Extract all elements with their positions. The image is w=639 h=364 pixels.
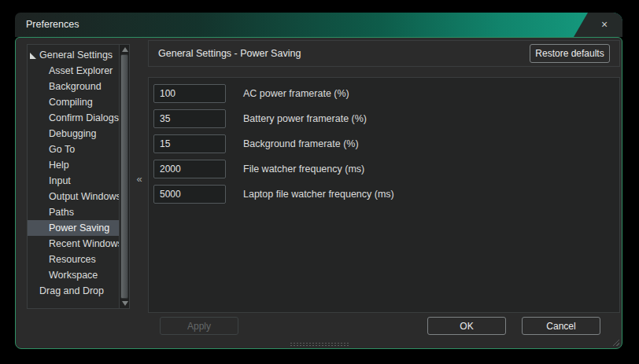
sidebar-item-recent-windows[interactable]: Recent Windows: [28, 236, 119, 252]
restore-defaults-button[interactable]: Restore defaults: [530, 44, 610, 63]
section-header: General Settings - Power Saving Restore …: [148, 40, 620, 67]
settings-tree: General Settings Asset Explorer Backgrou…: [28, 47, 119, 299]
window-title: Preferences: [26, 13, 79, 37]
dialog-content: General Settings Asset Explorer Backgrou…: [15, 37, 622, 349]
resize-grip[interactable]: [612, 339, 619, 346]
sidebar-item-asset-explorer[interactable]: Asset Explorer: [28, 63, 119, 79]
file-watcher-frequency-field[interactable]: [153, 160, 226, 178]
apply-button[interactable]: Apply: [160, 317, 238, 335]
page-title: General Settings - Power Saving: [158, 41, 301, 66]
sidebar-item-go-to[interactable]: Go To: [28, 142, 119, 157]
sidebar-item-label: Paths: [49, 207, 74, 218]
field-label: AC power framerate (%): [243, 84, 349, 103]
form-row: File watcher frequency (ms): [149, 160, 619, 179]
background-framerate-field[interactable]: [153, 134, 226, 153]
ok-button[interactable]: OK: [427, 317, 506, 335]
sidebar-item-workspace[interactable]: Workspace: [28, 267, 119, 283]
sidebar-item-label: Compiling: [49, 97, 93, 108]
sidebar-item-power-saving[interactable]: Power Saving: [28, 220, 119, 236]
settings-sidebar: General Settings Asset Explorer Backgrou…: [27, 44, 130, 309]
battery-power-framerate-field[interactable]: [153, 109, 226, 128]
form-row: Laptop file watcher frequency (ms): [149, 185, 619, 204]
form-row: AC power framerate (%): [149, 84, 619, 104]
sidebar-item-label: Drag and Drop: [39, 285, 104, 296]
preferences-dialog: Preferences × General Settings Asset Exp…: [15, 13, 622, 349]
scrollbar-thumb[interactable]: [120, 54, 128, 299]
sidebar-item-output-windows[interactable]: Output Windows: [28, 189, 119, 204]
sidebar-item-background[interactable]: Background: [28, 79, 119, 94]
field-label: Battery power framerate (%): [243, 109, 367, 128]
close-button-tab: [567, 13, 622, 37]
sidebar-item-label: Debugging: [49, 128, 96, 139]
sidebar-item-label: Asset Explorer: [49, 65, 113, 76]
expand-arrow-icon[interactable]: [30, 53, 36, 59]
resize-dots-handle[interactable]: [290, 342, 349, 347]
sidebar-item-label: Help: [49, 160, 69, 171]
sidebar-item-label: Output Windows: [49, 191, 121, 202]
sidebar-item-label: Go To: [49, 144, 75, 155]
field-label: Laptop file watcher frequency (ms): [243, 185, 394, 204]
sidebar-item-debugging[interactable]: Debugging: [28, 126, 119, 142]
sidebar-item-resources[interactable]: Resources: [28, 252, 119, 267]
sidebar-item-input[interactable]: Input: [28, 173, 119, 189]
form-row: Background framerate (%): [149, 134, 619, 154]
sidebar-item-label: Workspace: [49, 270, 98, 281]
sidebar-item-compiling[interactable]: Compiling: [28, 94, 119, 110]
sidebar-item-label: Background: [49, 81, 102, 92]
sidebar-collapse-icon[interactable]: «: [133, 171, 146, 188]
settings-form: AC power framerate (%) Battery power fra…: [148, 77, 620, 313]
sidebar-item-label: Input: [49, 175, 71, 186]
sidebar-item-confirm-dialogs[interactable]: Confirm Dialogs: [28, 110, 119, 126]
sidebar-item-label: Confirm Dialogs: [49, 112, 119, 123]
ac-power-framerate-field[interactable]: [153, 84, 226, 103]
laptop-file-watcher-frequency-field[interactable]: [153, 185, 226, 204]
sidebar-item-help[interactable]: Help: [28, 157, 119, 173]
sidebar-item-drag-and-drop[interactable]: Drag and Drop: [28, 283, 119, 299]
cancel-button[interactable]: Cancel: [522, 317, 600, 335]
field-label: Background framerate (%): [243, 134, 359, 153]
scroll-up-icon[interactable]: [122, 47, 128, 52]
sidebar-item-general-settings[interactable]: General Settings: [28, 47, 119, 63]
scroll-down-icon[interactable]: [122, 301, 128, 306]
field-label: File watcher frequency (ms): [243, 160, 364, 178]
sidebar-item-paths[interactable]: Paths: [28, 204, 119, 220]
close-icon[interactable]: ×: [597, 13, 612, 37]
sidebar-item-label: General Settings: [39, 50, 113, 61]
sidebar-scrollbar[interactable]: [119, 45, 129, 308]
sidebar-item-label: Recent Windows: [49, 238, 123, 249]
sidebar-item-label: Power Saving: [49, 222, 109, 233]
form-row: Battery power framerate (%): [149, 109, 619, 129]
sidebar-item-label: Resources: [49, 254, 96, 265]
title-bar[interactable]: Preferences ×: [15, 13, 622, 37]
